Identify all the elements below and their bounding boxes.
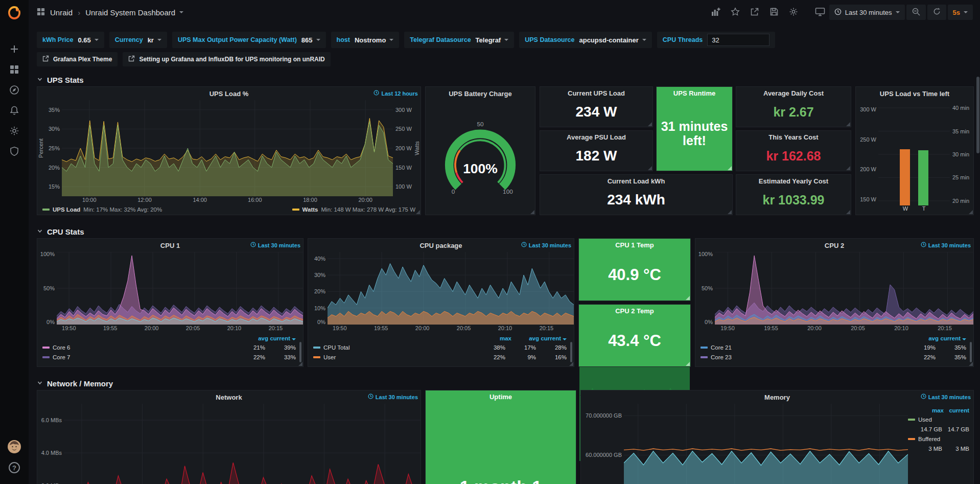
dashboard-grid-icon[interactable] (37, 8, 45, 17)
sidebar-item-server-admin[interactable] (4, 142, 25, 162)
panel-title[interactable]: CPU 2 Temp (615, 307, 654, 315)
panel-title[interactable]: CPU 1 Temp (615, 241, 654, 249)
legend-sort-current[interactable]: current (939, 335, 966, 341)
legend-sort-current[interactable]: current (944, 407, 969, 413)
panel-title[interactable]: Current UPS Load (568, 89, 625, 97)
panel-time-override[interactable]: Last 30 minutes (921, 242, 971, 248)
sidebar-item-alerting[interactable] (4, 101, 25, 121)
cpu-package-plot[interactable] (328, 252, 574, 325)
panel-resize-handle[interactable] (846, 166, 850, 170)
panel-time-override[interactable]: Last 30 minutes (250, 242, 300, 248)
panel-title[interactable]: Memory (764, 394, 790, 401)
panel-resize-handle[interactable] (846, 210, 850, 214)
legend-scrollbar[interactable] (970, 342, 972, 362)
panel-title[interactable]: Network (216, 394, 242, 401)
legend-series[interactable]: Core 6 (53, 344, 235, 351)
panel-resize-handle[interactable] (846, 122, 850, 126)
memory-plot[interactable] (624, 404, 908, 484)
sidebar-item-explore[interactable] (4, 80, 25, 101)
legend-scrollbar[interactable] (570, 342, 572, 362)
legend-sort-max[interactable]: max (918, 407, 944, 413)
time-range-picker[interactable]: Last 30 minutes (829, 5, 905, 20)
legend-series[interactable]: Buffered (918, 436, 969, 442)
refresh-button[interactable] (927, 5, 946, 20)
zoom-out-time-button[interactable] (906, 5, 926, 20)
panel-time-override[interactable]: Last 30 minutes (521, 242, 571, 248)
panel-resize-handle[interactable] (969, 362, 973, 366)
panel-resize-handle[interactable] (648, 122, 652, 126)
panel-title[interactable]: UPS Load vs Time left (880, 90, 949, 98)
legend-sort-avg[interactable]: avg (511, 335, 539, 341)
panel-title[interactable]: This Years Cost (768, 133, 818, 141)
section-ups-stats[interactable]: UPS Stats (37, 76, 974, 84)
legend-scrollbar[interactable] (299, 342, 301, 362)
variable-currency[interactable]: Currency kr (109, 32, 167, 48)
legend-series[interactable]: UPS Load (53, 206, 80, 213)
panel-time-override[interactable]: Last 12 hours (374, 90, 418, 97)
network-plot[interactable] (64, 404, 421, 484)
panel-resize-handle[interactable] (969, 210, 973, 214)
sidebar-item-create[interactable] (4, 39, 25, 60)
dashboard-title[interactable]: Unraid System Dashboard (85, 8, 175, 17)
variable-host[interactable]: host Nostromo (331, 32, 400, 48)
ups-bars-plot[interactable] (878, 103, 950, 205)
dashboard-settings-button[interactable] (786, 5, 801, 20)
save-dashboard-button[interactable] (766, 5, 782, 20)
panel-title[interactable]: Uptime (489, 393, 512, 401)
link-ups-monitoring-guide[interactable]: Setting up Grafana and InfluxDB for UPS … (123, 52, 330, 66)
panel-title[interactable]: Average Daily Cost (763, 89, 824, 97)
panel-title[interactable]: Average PSU Load (567, 133, 626, 141)
variable-ups-max-output[interactable]: UPS Max Output Power Capacity (Watt) 865 (172, 32, 326, 48)
cycle-view-mode-button[interactable] (812, 5, 828, 20)
panel-title[interactable]: UPS Runtime (673, 89, 715, 97)
panel-title[interactable]: CPU package (419, 242, 462, 249)
user-avatar[interactable] (4, 437, 25, 457)
legend-series[interactable]: User (323, 354, 475, 360)
variable-telegraf-datasource[interactable]: Telegraf Datasource Telegraf (404, 32, 514, 48)
variable-kwh-price[interactable]: kWh Price 0.65 (37, 32, 104, 48)
cpu-threads-input[interactable] (707, 34, 769, 46)
legend-series[interactable]: Core 21 (711, 344, 905, 351)
legend-series[interactable]: Used (918, 417, 969, 423)
panel-title[interactable]: CPU 1 (160, 242, 180, 249)
legend-sort-current[interactable]: current (268, 335, 296, 341)
legend-series[interactable]: Watts (302, 206, 318, 213)
panel-title[interactable]: UPS Load % (209, 90, 249, 98)
legend-series[interactable]: Core 7 (53, 354, 235, 360)
panel-resize-handle[interactable] (728, 166, 732, 170)
panel-resize-handle[interactable] (648, 166, 652, 170)
variable-ups-datasource[interactable]: UPS Datasource apcupsd-container (519, 32, 652, 48)
panel-resize-handle[interactable] (686, 362, 690, 366)
panel-resize-handle[interactable] (686, 296, 690, 300)
section-cpu-stats[interactable]: CPU Stats (37, 227, 974, 236)
link-grafana-plex-theme[interactable]: Grafana Plex Theme (37, 52, 118, 66)
share-dashboard-button[interactable] (747, 5, 762, 20)
sidebar-item-help[interactable]: ? (4, 457, 25, 478)
panel-resize-handle[interactable] (416, 210, 420, 214)
panel-resize-handle[interactable] (298, 362, 302, 366)
sidebar-item-dashboards[interactable] (4, 60, 25, 80)
ups-load-plot[interactable] (62, 100, 393, 196)
cpu2-plot[interactable] (715, 252, 973, 325)
panel-time-override[interactable]: Last 30 minutes (368, 394, 418, 400)
panel-resize-handle[interactable] (530, 210, 534, 214)
add-panel-button[interactable] (708, 5, 724, 20)
legend-sort-max[interactable]: max (484, 335, 511, 341)
page-scrollbar[interactable] (976, 77, 979, 153)
cpu1-plot[interactable] (57, 252, 303, 325)
panel-title[interactable]: CPU 2 (825, 242, 844, 249)
legend-sort-current[interactable]: current (539, 335, 567, 341)
section-network-memory[interactable]: Network / Memory (37, 379, 974, 388)
legend-sort-avg[interactable]: avg (911, 335, 939, 341)
breadcrumb-folder[interactable]: Unraid (50, 8, 73, 17)
grafana-logo[interactable] (7, 5, 22, 22)
star-dashboard-button[interactable] (728, 5, 743, 20)
panel-resize-handle[interactable] (569, 362, 573, 366)
panel-title[interactable]: UPS Battery Charge (449, 90, 512, 98)
legend-sort-avg[interactable]: avg (241, 335, 268, 341)
legend-series[interactable]: Core 23 (711, 354, 905, 360)
panel-time-override[interactable]: Last 30 minutes (921, 394, 971, 400)
panel-title[interactable]: Current Load kWh (608, 177, 665, 185)
legend-series[interactable]: CPU Total (323, 344, 475, 351)
refresh-interval-dropdown[interactable]: 5s (948, 5, 973, 20)
